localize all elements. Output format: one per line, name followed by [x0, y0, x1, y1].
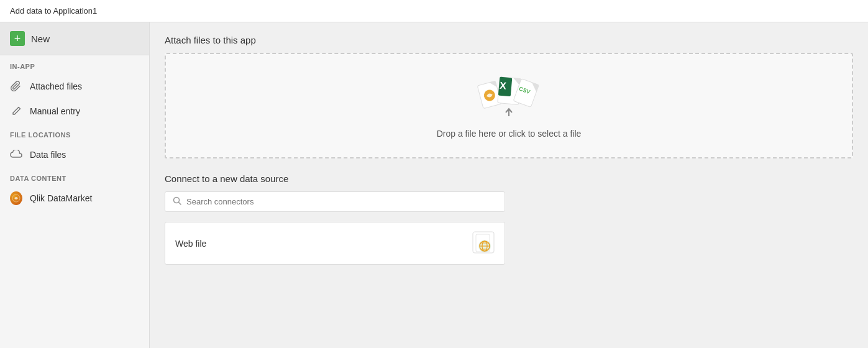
new-icon: + — [10, 31, 25, 46]
svg-text:X: X — [499, 80, 506, 91]
connector-name-web-file: Web file — [175, 239, 206, 249]
layout: + New IN-APP Attached files Manual entry… — [0, 22, 868, 348]
page-title: Add data to Application1 — [10, 6, 97, 16]
search-icon — [173, 196, 181, 207]
section-label-file-locations: FILE LOCATIONS — [0, 124, 149, 142]
attached-files-label: Attached files — [30, 81, 82, 91]
search-input[interactable] — [186, 197, 497, 206]
main-content: Attach files to this app — [150, 22, 868, 348]
attach-section-title: Attach files to this app — [165, 35, 853, 45]
paperclip-icon — [10, 80, 22, 93]
data-files-label: Data files — [30, 150, 66, 160]
svg-line-13 — [179, 203, 181, 205]
drop-zone[interactable]: X CSV Drop a file here or click to se — [165, 53, 853, 158]
qlik-datamarket-label: Qlik DataMarket — [30, 193, 92, 203]
sidebar-item-manual-entry[interactable]: Manual entry — [0, 99, 149, 124]
drop-zone-text: Drop a file here or click to select a fi… — [437, 129, 582, 139]
sidebar-item-attached-files[interactable]: Attached files — [0, 74, 149, 99]
new-label: New — [31, 34, 50, 44]
qlik-datamarket-icon — [10, 192, 22, 204]
manual-entry-label: Manual entry — [30, 106, 80, 116]
connect-section-title: Connect to a new data source — [165, 173, 853, 184]
page-header: Add data to Application1 — [0, 0, 868, 22]
file-icons-svg: X CSV — [475, 73, 543, 119]
web-file-icon — [472, 231, 495, 255]
pencil-icon — [10, 105, 22, 117]
section-label-data-content: DATA CONTENT — [0, 167, 149, 186]
new-button[interactable]: + New — [0, 22, 149, 55]
drop-zone-icons: X CSV — [475, 73, 543, 121]
sidebar-item-qlik-datamarket[interactable]: Qlik DataMarket — [0, 186, 149, 211]
connector-card-web-file[interactable]: Web file — [165, 222, 505, 265]
search-box[interactable] — [165, 191, 505, 212]
section-label-inapp: IN-APP — [0, 55, 149, 74]
cloud-icon — [10, 149, 22, 161]
sidebar-item-data-files[interactable]: Data files — [0, 142, 149, 167]
sidebar: + New IN-APP Attached files Manual entry… — [0, 22, 150, 348]
